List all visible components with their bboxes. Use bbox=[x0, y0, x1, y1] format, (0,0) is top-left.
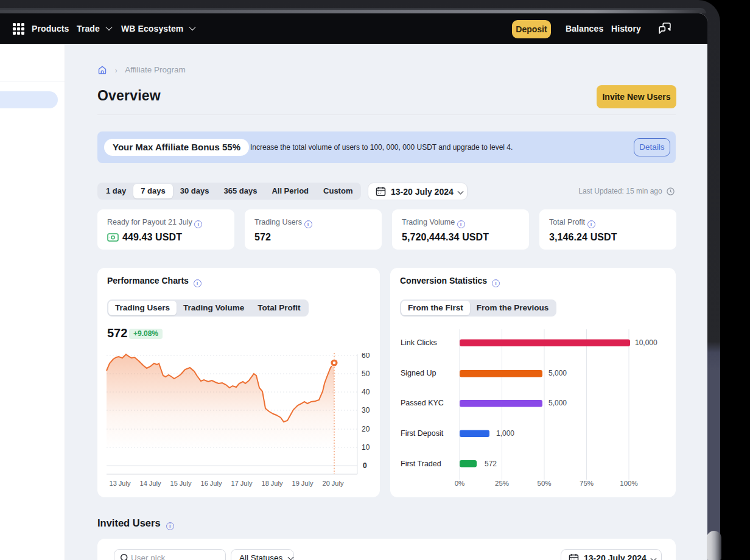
svg-text:25%: 25% bbox=[495, 480, 509, 487]
svg-text:0%: 0% bbox=[455, 480, 465, 487]
svg-text:40: 40 bbox=[362, 388, 370, 396]
svg-text:14 July: 14 July bbox=[140, 480, 161, 487]
svg-text:100%: 100% bbox=[620, 480, 637, 487]
svg-text:1,000: 1,000 bbox=[496, 429, 514, 438]
svg-text:0: 0 bbox=[363, 461, 367, 470]
svg-text:5,000: 5,000 bbox=[548, 399, 567, 407]
svg-text:First Deposit: First Deposit bbox=[401, 429, 444, 438]
svg-text:Passed KYC: Passed KYC bbox=[401, 399, 444, 407]
svg-text:Link Clicks: Link Clicks bbox=[401, 338, 437, 347]
svg-text:13 July: 13 July bbox=[110, 480, 131, 487]
svg-text:17 July: 17 July bbox=[231, 480, 253, 487]
svg-text:30: 30 bbox=[362, 406, 370, 415]
svg-text:20 July: 20 July bbox=[323, 480, 344, 487]
svg-text:19 July: 19 July bbox=[292, 480, 314, 487]
svg-text:60: 60 bbox=[362, 353, 370, 360]
svg-text:10: 10 bbox=[362, 443, 370, 452]
svg-text:16 July: 16 July bbox=[201, 480, 222, 487]
svg-text:50%: 50% bbox=[537, 480, 551, 487]
svg-text:18 July: 18 July bbox=[262, 480, 283, 487]
svg-text:Signed Up: Signed Up bbox=[401, 369, 436, 377]
svg-text:75%: 75% bbox=[580, 480, 594, 487]
svg-text:50: 50 bbox=[362, 369, 370, 378]
svg-text:First Traded: First Traded bbox=[401, 460, 441, 468]
svg-text:20: 20 bbox=[362, 425, 370, 433]
svg-text:15 July: 15 July bbox=[170, 480, 192, 487]
svg-text:572: 572 bbox=[485, 460, 497, 468]
svg-text:10,000: 10,000 bbox=[635, 338, 657, 347]
svg-text:5,000: 5,000 bbox=[548, 369, 567, 377]
